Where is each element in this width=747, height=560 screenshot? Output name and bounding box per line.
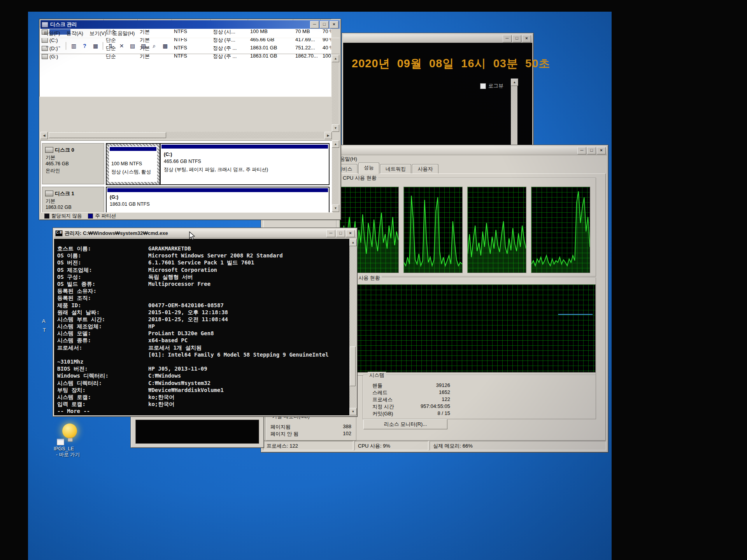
disk0-info[interactable]: 디스크 0 기본 465.76 GB 온라인 (42, 143, 104, 184)
scroll-down-icon[interactable]: ▼ (332, 124, 339, 132)
back-icon[interactable]: ← (43, 42, 53, 51)
sysinfo-value: ko;한국어 (148, 401, 348, 408)
scrollbar-thumb[interactable] (350, 346, 356, 386)
sysinfo-value: 6.1.7601 Service Pack 1 빌드 7601 (148, 259, 348, 266)
scrollbar-track[interactable] (332, 62, 338, 124)
disk1-info[interactable]: 디스크 1 기본 1863.02 GB (42, 187, 104, 213)
kernel-row-label: 페이지 안 됨 (270, 430, 298, 438)
partition-system-reserved[interactable]: 100 MB NTFS 정상 (시스템, 활성 (106, 143, 160, 185)
shortcut-label: - 바로 가기 (56, 452, 80, 458)
scroll-up-icon[interactable]: ▲ (511, 79, 518, 86)
status-processes: 프로세스: 122 (263, 441, 353, 450)
scrollbar-thumb[interactable] (49, 132, 166, 138)
partition-color-band (110, 147, 156, 151)
scroll-right-icon[interactable]: ▶ (324, 132, 332, 139)
disk-view-scrollbar[interactable]: ▲ ▼ (332, 140, 338, 212)
partition-status: 정상 (부팅, 페이지 파일, 크래시 덤프, 주 파티션) (164, 166, 268, 173)
menu-file[interactable]: 파일(F) (40, 29, 63, 38)
scroll-down-icon[interactable]: ▼ (332, 205, 339, 212)
maximize-button[interactable]: □ (587, 147, 596, 154)
minimize-button[interactable]: ─ (310, 21, 319, 28)
status-cpu-usage: CPU 사용: 9% (354, 441, 428, 450)
delete-icon[interactable]: ✕ (117, 42, 126, 51)
menu-view[interactable]: 보기(V) (86, 29, 109, 38)
sysinfo-label: 시스템 부트 시간: (57, 316, 148, 323)
scrollbar-track[interactable] (332, 148, 338, 205)
scrollbar-track[interactable] (48, 132, 324, 138)
partition-c-drive[interactable]: (C:) 465.66 GB NTFS 정상 (부팅, 페이지 파일, 크래시 … (160, 143, 330, 185)
log-viewer-window: ─ □ × 2020년 09월 08일 16시 03분 50초 로그뷰 ▲ (342, 33, 534, 150)
legend-label: 할당되지 않음 (51, 213, 82, 219)
sysinfo-label: 원래 설치 날짜: (57, 309, 148, 316)
log-scrollbar[interactable]: ▲ (511, 79, 517, 146)
system-row-value: 39126 (436, 382, 450, 389)
search-icon[interactable]: ⌕ (149, 42, 159, 51)
sysinfo-label: 호스트 이름: (57, 245, 148, 252)
menu-help[interactable]: 도움말(H) (109, 29, 138, 38)
resource-monitor-button[interactable]: 리소스 모니터(R)... (363, 419, 447, 429)
scroll-up-icon[interactable]: ▲ (332, 55, 339, 62)
minimize-button[interactable]: ─ (577, 147, 586, 154)
partition-g-drive[interactable]: (G:) 1863.01 GB NTFS (106, 187, 330, 213)
sysinfo-value: GARAKMARKETDB (148, 245, 348, 252)
volume-list-scrollbar[interactable]: ▲ ▼ (332, 55, 338, 132)
console-window-icon[interactable]: ▦ (91, 42, 100, 51)
scrollbar-track[interactable] (349, 246, 356, 408)
disk-management-title: 디스크 관리 (50, 21, 308, 28)
minimize-button[interactable]: ─ (503, 35, 512, 42)
scroll-down-icon[interactable]: ▼ (349, 408, 357, 415)
forward-icon[interactable]: → (54, 42, 63, 51)
system-row-value: 8 / 15 (437, 410, 450, 417)
sysinfo-label (57, 351, 148, 358)
sysinfo-label: 입력 로캘: (57, 401, 148, 408)
cmd-titlebar[interactable]: C:₩ 관리자: C:₩Windows₩system32₩cmd.exe ─ □… (54, 229, 356, 238)
logview-checkbox[interactable]: 로그뷰 (480, 82, 503, 89)
memory-history-group: 실제 메모리 사용 현황 (324, 278, 596, 376)
close-button[interactable]: × (597, 147, 606, 154)
tab-users[interactable]: 사용자 (412, 164, 438, 174)
settings-icon[interactable]: ▩ (160, 42, 170, 51)
legend-swatch-primary (88, 214, 93, 219)
disk-type: 기본 (46, 198, 55, 205)
maximize-button[interactable]: □ (512, 35, 521, 42)
disk-graphical-view: 디스크 0 기본 465.76 GB 온라인 100 MB NTFS 정상 (시… (40, 140, 333, 213)
close-button[interactable]: × (522, 35, 531, 42)
sysinfo-value: HP J05, 2013-11-09 (148, 365, 348, 372)
disk-management-titlebar[interactable]: 디스크 관리 ─ □ × (40, 20, 340, 29)
sysinfo-value (148, 294, 348, 301)
background-window-client (135, 420, 259, 444)
menu-action[interactable]: 동작(A) (63, 29, 86, 38)
scrollbar-track[interactable] (511, 86, 517, 146)
maximize-button[interactable]: □ (320, 21, 329, 28)
volume-list-hscrollbar[interactable]: ◀ ▶ (40, 132, 332, 138)
tab-networking[interactable]: 네트워킹 (380, 164, 411, 174)
partition-size: 465.66 GB NTFS (164, 159, 201, 164)
minimize-button[interactable]: ─ (326, 230, 335, 237)
help-icon[interactable]: ? (80, 42, 89, 51)
cpu-history-group: CPU 사용 현황 (336, 178, 596, 276)
tab-performance[interactable]: 성능 (358, 163, 379, 174)
scroll-up-icon[interactable]: ▲ (349, 239, 357, 246)
cmd-scrollbar[interactable]: ▲ ▼ (349, 239, 356, 415)
log-viewer-titlebar[interactable]: ─ □ × (343, 34, 532, 43)
refresh-icon[interactable]: ⇅ (106, 42, 116, 51)
legend-label: 주 파티션 (95, 213, 116, 219)
cpu-history-graph-4 (531, 187, 590, 273)
console-tree-icon[interactable]: ▥ (69, 42, 79, 51)
sysinfo-value: 2015-01-29, 오후 12:18:38 (148, 309, 348, 316)
close-button[interactable]: × (330, 21, 338, 28)
lightbulb-base (68, 438, 73, 442)
sysinfo-label: OS 이름: (57, 252, 148, 259)
checkbox-icon[interactable] (480, 83, 486, 89)
properties-icon[interactable]: ▤ (128, 42, 137, 51)
close-button[interactable]: × (346, 230, 355, 237)
maximize-button[interactable]: □ (336, 230, 345, 237)
scroll-up-icon[interactable]: ▲ (332, 140, 339, 148)
desktop-shortcut-ipgs[interactable]: IPGS_LE - 바로 가기 (51, 422, 106, 472)
disk-legend: 할당되지 않음 주 파티션 (40, 213, 342, 219)
sysinfo-value: x64-based PC (148, 337, 348, 344)
scroll-left-icon[interactable]: ◀ (40, 132, 48, 139)
folder-icon[interactable]: ▧ (139, 42, 148, 51)
sysinfo-value: ko;한국어 (148, 394, 348, 401)
sysinfo-value: 2018-01-25, 오전 11:08:44 (148, 316, 348, 323)
